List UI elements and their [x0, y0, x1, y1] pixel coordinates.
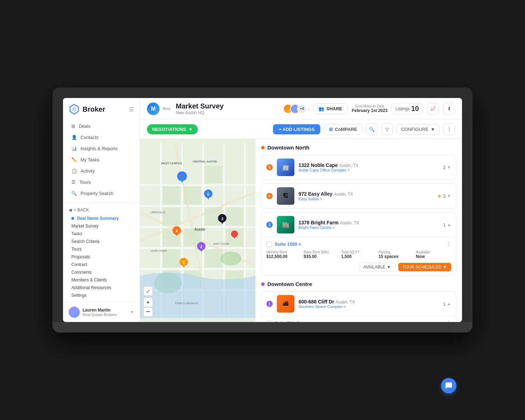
- tours-icon: 🗓: [71, 180, 76, 185]
- download-button[interactable]: ⬇: [443, 103, 455, 115]
- sidebar-item-tasks[interactable]: ✏️ My Tasks: [66, 154, 137, 165]
- available-button[interactable]: AVAILABLE ▼: [359, 262, 396, 272]
- svg-rect-22: [226, 208, 243, 225]
- listing-card-cliff-dr: 1 🏙 600-688 Cliff Dr Austin, TX So: [261, 291, 456, 322]
- compare-button[interactable]: ⊞ CoMPARE: [324, 124, 362, 135]
- search-button[interactable]: 🔍: [366, 123, 378, 135]
- deal-item-tours[interactable]: Tours: [63, 245, 140, 253]
- page-header: M Meta Market Survey New Austin HQ: [140, 98, 462, 120]
- sidebar: Broker ☰ ⊞ Deals 👤 Contacts 📊 Insights &…: [63, 98, 140, 322]
- deal-item-resources[interactable]: Additional Resources: [63, 284, 140, 292]
- listings-panel: Downtown North 5 🏢: [255, 139, 462, 322]
- svg-rect-26: [163, 250, 180, 267]
- deal-item-contract[interactable]: Contract: [63, 261, 140, 268]
- listing-badge-3: 3: [266, 222, 273, 228]
- listing-header-cliff-dr[interactable]: 1 🏙 600-688 Cliff Dr Austin, TX So: [261, 292, 456, 316]
- svg-text:WEST CAMPUS: WEST CAMPUS: [161, 162, 182, 165]
- deal-item-comments[interactable]: Comments: [63, 268, 140, 276]
- filter-icon: ▽: [385, 127, 389, 132]
- listing-header-noble-cape[interactable]: 5 🏢 1322 Noble Cape Austin, TX: [261, 155, 456, 180]
- listing-header-bright-farm[interactable]: 3 🏬 1378 Bright Farm Austin, TX Br: [261, 212, 456, 237]
- chevron-up-icon: ▲: [447, 301, 451, 306]
- suite-row-780a: Suite 780-A > ⋮ Monthly Rent $9,678.00: [261, 316, 456, 322]
- section-title-downtown-north: Downtown North: [267, 145, 309, 150]
- tour-scheduled-button[interactable]: TOUR SCHEDULED ▼: [398, 263, 451, 271]
- cliff-dr-link[interactable]: Southern Space Complex >: [299, 304, 439, 309]
- deal-item-proposals[interactable]: Proposals: [63, 253, 140, 261]
- suite-details-1500: Monthly Rent $12,500.00 Base Rent $/Mo $…: [266, 250, 451, 259]
- svg-text:1: 1: [183, 260, 185, 265]
- map-panel: 📍 5 4: [140, 139, 255, 322]
- sidebar-item-contacts[interactable]: 👤 Contacts: [66, 132, 137, 143]
- main-nav: ⊞ Deals 👤 Contacts 📊 Insights & Reports …: [63, 119, 140, 202]
- listing-badge-5: 5: [266, 164, 273, 170]
- content-area: 📍 5 4: [140, 139, 462, 322]
- chevron-up-icon: ▲: [447, 222, 451, 227]
- main-content: M Meta Market Survey New Austin HQ: [140, 98, 462, 322]
- user-name: Lauren Martin: [83, 308, 127, 313]
- section-downtown-centre-header: Downtown Centre: [261, 281, 456, 287]
- more-icon: ⋮: [447, 127, 451, 132]
- monthly-rent-col: Monthly Rent $12,500.00: [266, 250, 302, 259]
- negotiations-button[interactable]: NEGOTIATIONS ▼: [147, 124, 198, 134]
- suite-row-1500: Suite 1500 > ⋮ Monthly Rent $12,500.00: [261, 237, 456, 275]
- deal-item-market-survey[interactable]: Market Survey: [63, 222, 140, 230]
- more-options-button[interactable]: ⋮: [443, 123, 455, 135]
- activity-icon: 📋: [71, 168, 77, 174]
- sidebar-item-tours[interactable]: 🗓 Tours: [66, 177, 137, 188]
- sidebar-item-label: Property Search: [80, 191, 113, 196]
- suite-more-icon-780a[interactable]: ⋮: [446, 320, 451, 322]
- easy-alley-link[interactable]: Easy Suites >: [299, 197, 433, 201]
- page-title-block: Market Survey New Austin HQ: [176, 102, 278, 115]
- deal-item-settings[interactable]: Settings: [63, 292, 140, 299]
- suite-checkbox-780a[interactable]: [266, 321, 272, 322]
- sidebar-item-insights[interactable]: 📊 Insights & Reports: [66, 143, 137, 154]
- collaborators-avatars: +4 ›: [283, 104, 309, 114]
- noble-cape-link[interactable]: Noble Cape Office Complex >: [299, 168, 439, 172]
- user-profile[interactable]: Lauren Martin Real Estate Brokers ▼: [63, 302, 140, 322]
- suite-name-780a[interactable]: Suite 780-A >: [275, 321, 443, 322]
- deal-item-search-criteria[interactable]: Search Criteria: [63, 238, 140, 245]
- page-subtitle: New Austin HQ: [176, 110, 278, 115]
- star-icon: ★: [437, 193, 442, 199]
- svg-text:Austin: Austin: [194, 227, 205, 231]
- sidebar-item-label: Insights & Reports: [80, 146, 118, 151]
- suite-name-1500[interactable]: Suite 1500 >: [275, 241, 443, 247]
- configure-button[interactable]: CONFIGURE ▼: [397, 124, 440, 135]
- suite-more-icon[interactable]: ⋮: [446, 241, 451, 247]
- page-title: Market Survey: [176, 102, 278, 110]
- sidebar-item-deals[interactable]: ⊞ Deals: [66, 121, 137, 132]
- listing-header-easy-alley[interactable]: 4 🏗 972 Easy Alley Austin, TX Easy: [261, 184, 456, 208]
- svg-text:LARKSVILLE: LARKSVILLE: [150, 211, 165, 214]
- sidebar-item-property-search[interactable]: 🔍 Property Search: [66, 188, 137, 199]
- svg-text:5: 5: [207, 192, 209, 196]
- deal-item-summary[interactable]: Deal Name Summary: [63, 215, 140, 222]
- insights-icon: 📊: [71, 146, 77, 151]
- trend-button[interactable]: 📈: [427, 103, 439, 115]
- goal-date-block: Goal Move-In Date February 1st 2023: [352, 104, 387, 113]
- chevron-right-icon[interactable]: ›: [308, 106, 309, 112]
- deal-item-members[interactable]: Members & Clients: [63, 276, 140, 284]
- avatar-count[interactable]: +4: [297, 104, 307, 114]
- header-title-block: Meta: [162, 107, 170, 111]
- sidebar-item-label: Tours: [79, 180, 91, 185]
- bright-farm-link[interactable]: Bright Farm Centre >: [299, 225, 439, 230]
- sidebar-toggle[interactable]: ☰: [129, 106, 134, 113]
- svg-point-32: [220, 252, 241, 266]
- section-dot-orange: [261, 146, 265, 149]
- suite-checkbox-1500[interactable]: [266, 241, 272, 247]
- parking-col: Parking 15 spaces: [378, 250, 414, 259]
- svg-text:2: 2: [200, 245, 202, 249]
- share-button[interactable]: 👥 SHARE: [313, 103, 348, 114]
- back-button[interactable]: ◀ < BACK: [63, 205, 140, 215]
- deal-item-tasks[interactable]: Tasks: [63, 230, 140, 238]
- svg-rect-20: [163, 208, 180, 225]
- sidebar-item-activity[interactable]: 📋 Activity: [66, 166, 137, 176]
- add-listing-button[interactable]: + ADD LISTINGS: [273, 124, 320, 134]
- filter-button[interactable]: ▽: [381, 123, 393, 135]
- listing-card-bright-farm: 3 🏬 1378 Bright Farm Austin, TX Br: [261, 212, 456, 275]
- listing-info-easy-alley: 972 Easy Alley Austin, TX Easy Suites >: [299, 191, 433, 201]
- chevron-down-icon: ▼: [430, 127, 435, 132]
- chevron-down-icon[interactable]: ▼: [130, 310, 134, 315]
- user-info: Lauren Martin Real Estate Brokers: [83, 308, 127, 317]
